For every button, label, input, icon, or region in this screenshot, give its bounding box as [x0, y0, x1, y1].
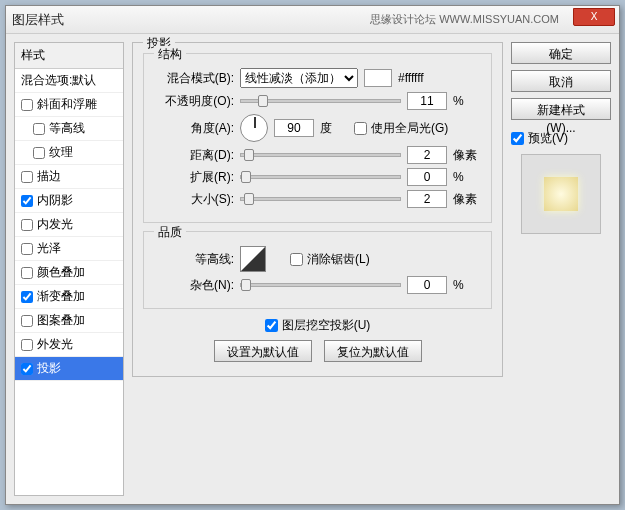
sidebar-item-11[interactable]: 投影 [15, 357, 123, 381]
sidebar-item-1[interactable]: 等高线 [15, 117, 123, 141]
sidebar-check-2[interactable] [33, 147, 45, 159]
angle-dial[interactable] [240, 114, 268, 142]
angle-label: 角度(A): [154, 120, 234, 137]
color-swatch[interactable] [364, 69, 392, 87]
sidebar-check-10[interactable] [21, 339, 33, 351]
structure-group: 结构 混合模式(B): 线性减淡（添加） #ffffff 不透明度(O): 11… [143, 53, 492, 223]
structure-legend: 结构 [154, 46, 186, 63]
distance-label: 距离(D): [154, 147, 234, 164]
noise-label: 杂色(N): [154, 277, 234, 294]
angle-value[interactable]: 90 [274, 119, 314, 137]
quality-group: 品质 等高线: 消除锯齿(L) 杂色(N): 0 % [143, 231, 492, 309]
opacity-value[interactable]: 11 [407, 92, 447, 110]
sidebar-label-0: 斜面和浮雕 [37, 96, 97, 113]
sidebar-item-2[interactable]: 纹理 [15, 141, 123, 165]
spread-value[interactable]: 0 [407, 168, 447, 186]
preview-checkbox[interactable]: 预览(V) [511, 130, 568, 147]
sidebar-label-7: 颜色叠加 [37, 264, 85, 281]
sidebar-check-0[interactable] [21, 99, 33, 111]
layer-style-dialog: 图层样式 思缘设计论坛 WWW.MISSYUAN.COM X 样式 混合选项:默… [5, 5, 620, 505]
size-slider[interactable] [240, 197, 401, 201]
sidebar-label-5: 内发光 [37, 216, 73, 233]
cancel-button[interactable]: 取消 [511, 70, 611, 92]
sidebar-check-1[interactable] [33, 123, 45, 135]
brand-text: 思缘设计论坛 WWW.MISSYUAN.COM [370, 12, 559, 27]
titlebar[interactable]: 图层样式 思缘设计论坛 WWW.MISSYUAN.COM X [6, 6, 619, 34]
sidebar-label-10: 外发光 [37, 336, 73, 353]
reset-default-button[interactable]: 复位为默认值 [324, 340, 422, 362]
sidebar-head[interactable]: 样式 [15, 43, 123, 69]
sidebar-item-9[interactable]: 图案叠加 [15, 309, 123, 333]
sidebar-item-4[interactable]: 内阴影 [15, 189, 123, 213]
sidebar-check-7[interactable] [21, 267, 33, 279]
drop-shadow-panel: 投影 结构 混合模式(B): 线性减淡（添加） #ffffff 不透明度(O):… [132, 42, 503, 377]
sidebar-item-6[interactable]: 光泽 [15, 237, 123, 261]
sidebar-item-5[interactable]: 内发光 [15, 213, 123, 237]
sidebar-item-10[interactable]: 外发光 [15, 333, 123, 357]
antialias-checkbox[interactable]: 消除锯齿(L) [290, 251, 370, 268]
hex-value: #ffffff [398, 71, 424, 85]
window-title: 图层样式 [12, 11, 64, 29]
sidebar-item-0[interactable]: 斜面和浮雕 [15, 93, 123, 117]
sidebar-label-1: 等高线 [49, 120, 85, 137]
sidebar-label-8: 渐变叠加 [37, 288, 85, 305]
sidebar-check-11[interactable] [21, 363, 33, 375]
preview-box [521, 154, 601, 234]
size-value[interactable]: 2 [407, 190, 447, 208]
styles-sidebar: 样式 混合选项:默认 斜面和浮雕等高线纹理描边内阴影内发光光泽颜色叠加渐变叠加图… [14, 42, 124, 496]
deg-unit: 度 [320, 120, 348, 137]
sidebar-check-5[interactable] [21, 219, 33, 231]
set-default-button[interactable]: 设置为默认值 [214, 340, 312, 362]
knockout-checkbox[interactable]: 图层挖空投影(U) [265, 317, 371, 334]
spread-slider[interactable] [240, 175, 401, 179]
noise-value[interactable]: 0 [407, 276, 447, 294]
sidebar-label-2: 纹理 [49, 144, 73, 161]
right-panel: 确定 取消 新建样式(W)... 预览(V) [511, 42, 611, 496]
sidebar-label-9: 图案叠加 [37, 312, 85, 329]
distance-value[interactable]: 2 [407, 146, 447, 164]
sidebar-check-3[interactable] [21, 171, 33, 183]
sidebar-item-7[interactable]: 颜色叠加 [15, 261, 123, 285]
sidebar-blend-options[interactable]: 混合选项:默认 [15, 69, 123, 93]
size-label: 大小(S): [154, 191, 234, 208]
blend-mode-select[interactable]: 线性减淡（添加） [240, 68, 358, 88]
global-light-checkbox[interactable]: 使用全局光(G) [354, 120, 448, 137]
sidebar-label-6: 光泽 [37, 240, 61, 257]
noise-slider[interactable] [240, 283, 401, 287]
ok-button[interactable]: 确定 [511, 42, 611, 64]
blend-mode-label: 混合模式(B): [154, 70, 234, 87]
sidebar-check-4[interactable] [21, 195, 33, 207]
sidebar-check-6[interactable] [21, 243, 33, 255]
new-style-button[interactable]: 新建样式(W)... [511, 98, 611, 120]
px-unit: 像素 [453, 147, 481, 164]
spread-label: 扩展(R): [154, 169, 234, 186]
distance-slider[interactable] [240, 153, 401, 157]
sidebar-label-3: 描边 [37, 168, 61, 185]
sidebar-item-3[interactable]: 描边 [15, 165, 123, 189]
sidebar-item-8[interactable]: 渐变叠加 [15, 285, 123, 309]
sidebar-check-8[interactable] [21, 291, 33, 303]
sidebar-label-4: 内阴影 [37, 192, 73, 209]
opacity-slider[interactable] [240, 99, 401, 103]
sidebar-label-11: 投影 [37, 360, 61, 377]
quality-legend: 品质 [154, 224, 186, 241]
close-button[interactable]: X [573, 8, 615, 26]
sidebar-check-9[interactable] [21, 315, 33, 327]
opacity-label: 不透明度(O): [154, 93, 234, 110]
contour-label: 等高线: [154, 251, 234, 268]
pct-unit: % [453, 94, 481, 108]
contour-picker[interactable] [240, 246, 266, 272]
